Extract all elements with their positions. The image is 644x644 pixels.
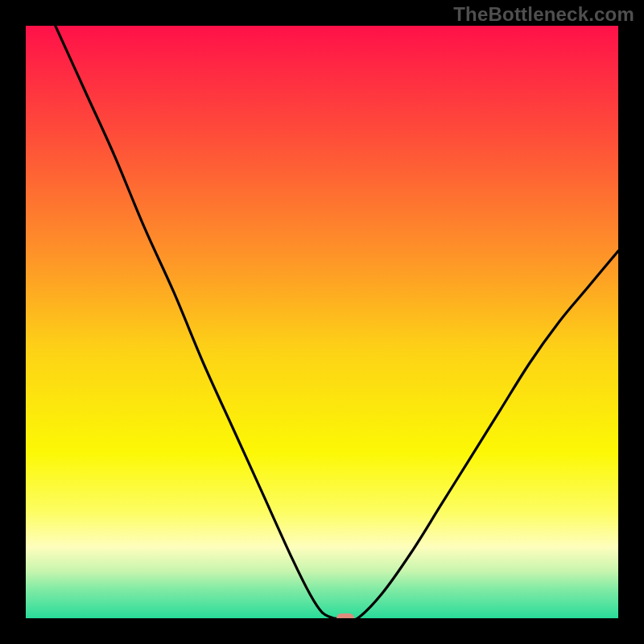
- bottleneck-curve: [56, 26, 618, 618]
- chart-frame: TheBottleneck.com: [0, 0, 644, 644]
- watermark-text: TheBottleneck.com: [453, 3, 634, 26]
- optimal-marker: [336, 613, 354, 618]
- plot-area: [26, 26, 618, 618]
- curve-layer: [26, 26, 618, 618]
